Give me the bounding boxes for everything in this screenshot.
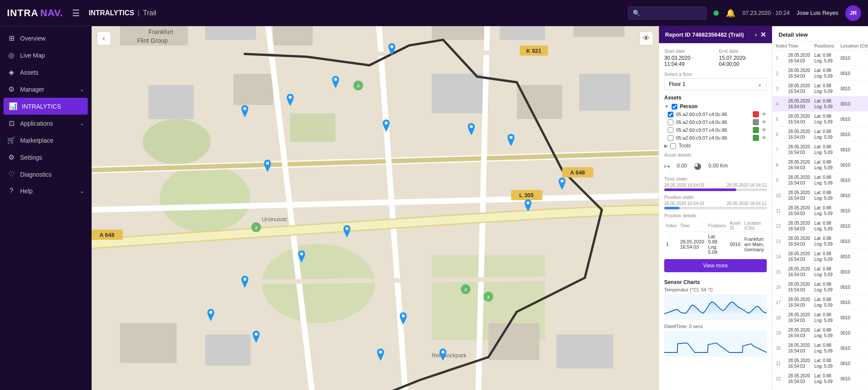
detail-row: 21 28.05.2020 16:54:03 Lat: 0.88 Lng: 5.…: [772, 356, 868, 371]
map-visibility-button[interactable]: 👁: [639, 31, 653, 45]
detail-row-index: 11: [776, 209, 788, 213]
search-input[interactable]: [643, 10, 704, 16]
detail-row-index: 6: [776, 132, 788, 137]
view-more-button[interactable]: View more: [664, 259, 767, 272]
detail-col-index: Index: [776, 44, 788, 48]
detail-row-position: Lat: 0.88 Lng: 5.09: [814, 174, 841, 186]
svg-text:2: 2: [465, 287, 467, 292]
detail-row-index: 19: [776, 331, 788, 335]
map-pin-blue-3: [285, 94, 295, 106]
time-slider-end: 28.05.2020 16:54:11: [727, 183, 767, 188]
detail-row: 1 28.05.2020 16:54:03 Lat: 0.88 Lng: 5.0…: [772, 51, 868, 66]
sidebar: ⊞ Overview ◎ Live Map ◈ Assets ⚙ Manager…: [0, 26, 92, 390]
map-pin-blue-12: [296, 250, 307, 263]
detail-row-location: 0010: [841, 163, 868, 168]
detail-row-position: Lat: 0.88 Lng: 5.09: [814, 190, 841, 201]
position-slider-end: 28.05.2020 16:54:11: [727, 201, 767, 206]
detail-row-position: Lat: 0.88 Lng: 5.09: [814, 68, 841, 79]
detail-row: 17 28.05.2020 16:54:03 Lat: 0.88 Lng: 5.…: [772, 295, 868, 310]
detail-row-location: 0010: [841, 300, 868, 305]
detail-row-time: 28.05.2020 16:54:03: [788, 83, 814, 94]
tools-checkbox[interactable]: [670, 143, 676, 149]
detail-row: 10 28.05.2020 16:54:03 Lat: 0.88 Lng: 5.…: [772, 188, 868, 203]
detail-row: 15 28.05.2020 16:54:03 Lat: 0.88 Lng: 5.…: [772, 264, 868, 280]
position-table-row-1: 1 28.05.2020 16:54:03 Lat: 0.88 Lng: 5.0…: [664, 232, 767, 257]
detail-row-time: 28.05.2020 16:54:03: [788, 144, 814, 155]
detail-view-header: Detail view: [772, 26, 868, 42]
detail-row-position: Lat: 0.88 Lng: 5.09: [814, 205, 841, 216]
search-box[interactable]: 🔍: [628, 7, 707, 20]
sidebar-item-assets[interactable]: ◈ Assets: [0, 64, 91, 81]
page-name-label: Trail: [143, 9, 157, 17]
asset-eye-icon-3[interactable]: 👁: [762, 127, 767, 133]
tools-expand-icon[interactable]: ▶: [664, 143, 668, 149]
detail-row-index: 4: [776, 102, 788, 106]
user-avatar[interactable]: JR: [845, 5, 861, 21]
panel-next-icon[interactable]: ›: [755, 31, 757, 38]
detail-row-location: 0010: [841, 285, 868, 290]
sidebar-item-live-map[interactable]: ◎ Live Map: [0, 47, 91, 64]
sidebar-item-overview[interactable]: ⊞ Overview: [0, 30, 91, 47]
detail-rows-container: 1 28.05.2020 16:54:03 Lat: 0.88 Lng: 5.0…: [772, 51, 868, 390]
asset-eye-icon-4[interactable]: 👁: [762, 135, 767, 141]
person-group-checkbox[interactable]: [672, 104, 677, 109]
sidebar-label-intralytics: INTRALYTICS: [22, 103, 61, 110]
detail-row-time: 28.05.2020 16:54:03: [788, 236, 814, 247]
map-pin-blue-14: [206, 309, 216, 321]
report-panel-header: Report ID 74682356482 (Trail) › ✕: [659, 26, 772, 43]
detail-row-index: 2: [776, 71, 788, 76]
sidebar-item-intralytics[interactable]: 📊 INTRALYTICS: [3, 98, 88, 115]
end-date-label: End date: [719, 48, 767, 54]
asset-mac-label-3: 05:a2:60:c9:07:c4:0c:86: [676, 127, 750, 133]
sidebar-item-applications[interactable]: ⊡ Applications ⌄: [0, 115, 91, 132]
asset-checkbox-3[interactable]: [668, 127, 673, 133]
asset-checkbox-4[interactable]: [668, 135, 673, 141]
svg-point-47: [243, 278, 246, 281]
detail-row-position: Lat: 0.88 Lng: 5.09: [814, 220, 841, 232]
detail-row-position: Lat: 0.88 Lng: 5.09: [814, 159, 841, 171]
svg-text:Rebstockpark: Rebstockpark: [432, 352, 467, 359]
detail-row-location: 0010: [841, 56, 868, 61]
topbar: INTRANAV. ☰ INTRALYTICS | Trail 🔍 🔔 07.2…: [0, 0, 868, 26]
svg-point-38: [334, 78, 337, 81]
col-location: Location (City): [743, 219, 767, 232]
detail-row-time: 28.05.2020 16:54:03: [788, 251, 814, 262]
temp-label: Temperatur (°C): 54 °C: [664, 287, 767, 292]
asset-eye-icon-2[interactable]: 👁: [762, 119, 767, 125]
asset-checkbox-2[interactable]: [668, 120, 673, 125]
person-group-chevron-icon[interactable]: ▼: [664, 104, 669, 109]
time-slider-track[interactable]: [664, 188, 767, 191]
sidebar-item-help[interactable]: ? Help ⌄: [0, 183, 91, 199]
position-slider-track[interactable]: [664, 207, 767, 209]
svg-rect-11: [500, 26, 545, 40]
sidebar-label-live-map: Live Map: [20, 52, 45, 59]
hamburger-button[interactable]: ☰: [70, 6, 82, 20]
detail-row-index: 15: [776, 270, 788, 274]
map-back-button[interactable]: ‹: [97, 31, 111, 45]
settings-icon: ⚙: [7, 153, 16, 161]
detail-row-position: Lat: 0.88 Lng: 5.09: [814, 83, 841, 94]
sidebar-item-settings[interactable]: ⚙ Settings: [0, 149, 91, 166]
panel-close-button[interactable]: ✕: [760, 31, 766, 39]
notification-bell-icon[interactable]: 🔔: [726, 8, 735, 18]
detail-row-position: Lat: 0.88 Lng: 5.09: [814, 52, 841, 64]
svg-point-39: [385, 121, 388, 124]
asset-eye-icon-1[interactable]: 👁: [762, 111, 767, 117]
detail-row-index: 13: [776, 239, 788, 244]
map-svg: K 821 A 648 A 648 L 305 Rodelheim Frankf…: [92, 26, 659, 390]
detail-row-position: Lat: 0.88 Lng: 5.09: [814, 358, 841, 369]
detail-row: 22 28.05.2020 16:54:03 Lat: 0.88 Lng: 5.…: [772, 371, 868, 387]
detail-col-time: Time: [788, 44, 814, 48]
floor-selector[interactable]: Floor 1 ⌄: [664, 78, 767, 90]
position-table: Index Time Positions Asset ID Location (…: [664, 219, 767, 257]
detail-row: 7 28.05.2020 16:54:03 Lat: 0.88 Lng: 5.0…: [772, 142, 868, 157]
sidebar-item-diagnostics[interactable]: ♡ Diagnostics: [0, 166, 91, 183]
detail-row-location: 0010: [841, 315, 868, 320]
sidebar-item-marketplace[interactable]: 🛒 Marketplace: [0, 132, 91, 149]
asset-checkbox-1[interactable]: [668, 112, 673, 117]
sidebar-item-manager[interactable]: ⚙ Manager ⌄: [0, 81, 91, 98]
topbar-title: INTRALYTICS | Trail: [89, 9, 156, 17]
detail-row-location: 0010: [841, 178, 868, 183]
asset-mac-label-1: 05:a2:60:c9:07:c4:0c:86: [676, 112, 750, 117]
svg-rect-5: [290, 113, 336, 142]
